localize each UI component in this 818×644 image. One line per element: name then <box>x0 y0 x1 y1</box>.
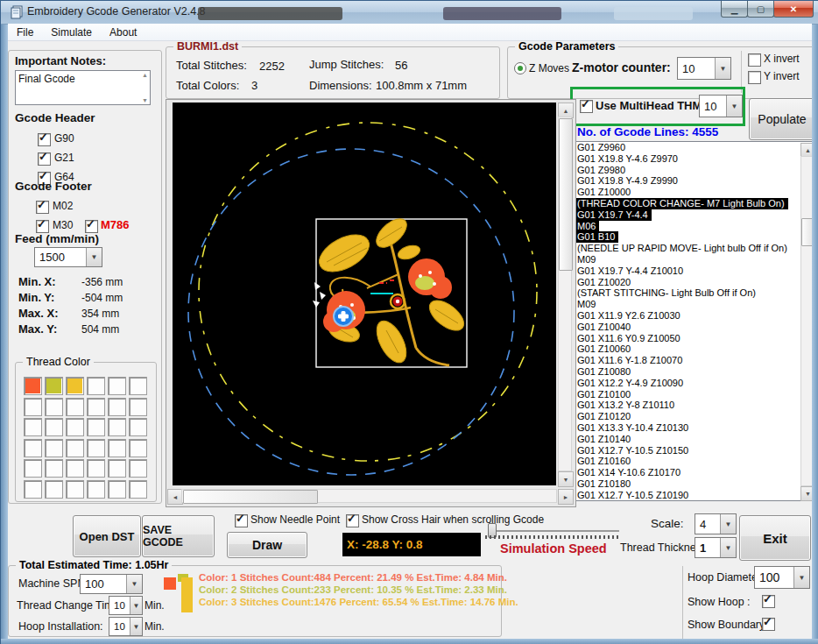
menu-file[interactable]: File <box>8 26 42 39</box>
minimize-button[interactable]: ▁ <box>721 1 748 18</box>
chevron-down-icon[interactable]: ▼ <box>130 618 142 635</box>
show-cross-hair-checkbox[interactable]: ✓ <box>346 514 359 527</box>
thread-color-cell[interactable] <box>129 459 147 478</box>
thread-color-cell[interactable] <box>87 418 105 436</box>
thread-color-cell[interactable] <box>45 377 63 395</box>
thread-color-cell[interactable] <box>108 418 126 436</box>
thread-color-cell[interactable] <box>66 439 84 457</box>
gcode-line[interactable]: G01 X11.9 Y2.6 Z10030 <box>574 310 815 322</box>
thread-color-cell[interactable] <box>87 398 105 416</box>
thread-color-cell[interactable] <box>129 377 147 395</box>
gcode-line[interactable]: G01 X11.6 Y-1.8 Z10070 <box>574 355 815 366</box>
design-canvas[interactable] <box>173 103 556 485</box>
gcode-line[interactable]: G01 B10 <box>574 231 618 243</box>
scroll-down-icon[interactable]: ▼ <box>142 97 148 103</box>
thread-color-cell[interactable] <box>45 418 63 436</box>
draw-button[interactable]: Draw <box>227 532 307 558</box>
canvas-scroll-right[interactable]: ► <box>558 489 574 505</box>
thread-color-cell[interactable] <box>45 459 63 478</box>
maximize-button[interactable]: ▢ <box>747 1 774 18</box>
y-invert-checkbox[interactable] <box>748 71 761 84</box>
thread-color-cell[interactable] <box>66 418 84 436</box>
gcode-line[interactable]: G01 X14 Y-10.6 Z10170 <box>574 467 815 478</box>
multihead-select[interactable]: 10 ▼ <box>699 95 743 117</box>
simulation-speed-track[interactable] <box>488 530 619 532</box>
gcode-line[interactable]: G01 X12.2 Y-4.9 Z10090 <box>574 378 815 389</box>
thread-thickness-select[interactable]: 1 ▼ <box>695 537 737 558</box>
gcode-line[interactable]: G01 Z10060 <box>574 343 815 355</box>
menu-about[interactable]: About <box>101 26 145 39</box>
thread-color-cell[interactable] <box>108 377 126 395</box>
gcode-line[interactable]: G01 Z10000 <box>574 187 815 198</box>
gcode-line[interactable]: G01 X19.8 Y-4.9 Z9990 <box>574 175 815 187</box>
gcode-line[interactable]: (NEEDLE UP RAPID MOVE- Light bulb Off if… <box>574 243 815 254</box>
thread-color-cell[interactable] <box>87 480 105 499</box>
gcode-line[interactable]: G01 Z10080 <box>574 366 815 378</box>
thread-color-cell[interactable] <box>87 377 105 395</box>
gcode-line[interactable]: G01 X11.6 Y0.9 Z10050 <box>574 333 815 344</box>
canvas-scroll-thumb-v[interactable] <box>559 118 573 271</box>
gcode-line[interactable]: G01 Z10120 <box>574 411 815 422</box>
m786-checkbox[interactable]: ✓ <box>85 220 98 233</box>
chevron-down-icon[interactable]: ▼ <box>793 567 809 588</box>
x-invert-checkbox[interactable] <box>748 53 761 67</box>
gcode-line[interactable]: M09 <box>574 254 815 265</box>
chevron-down-icon[interactable]: ▼ <box>86 248 102 266</box>
chevron-down-icon[interactable]: ▼ <box>720 538 736 557</box>
chevron-down-icon[interactable]: ▼ <box>715 58 730 79</box>
thread-color-cell[interactable] <box>129 418 147 436</box>
g90-checkbox[interactable]: ✓ <box>38 133 51 146</box>
thread-color-cell[interactable] <box>129 398 147 416</box>
canvas-scroll-down[interactable]: ▼ <box>558 471 574 487</box>
z-moves-radio[interactable] <box>514 62 526 74</box>
show-needle-point-checkbox[interactable]: ✓ <box>235 514 248 527</box>
hoop-install-select[interactable]: 10 ▼ <box>109 617 143 636</box>
g21-checkbox[interactable]: ✓ <box>38 152 51 166</box>
thread-color-cell[interactable] <box>66 377 84 395</box>
thread-color-cell[interactable] <box>129 480 147 499</box>
show-hoop-checkbox[interactable]: ✓ <box>762 595 775 608</box>
thread-color-cell[interactable] <box>66 398 84 416</box>
gcode-line[interactable]: G01 X12.7 Y-10.5 Z10190 <box>574 490 815 501</box>
gcode-line[interactable]: (START STITCHING- Light Bulb Off if On) <box>574 287 815 299</box>
gcode-line[interactable]: (THREAD COLOR CHANGE- M7 Light Bulb On) <box>574 198 788 209</box>
thread-color-cell[interactable] <box>108 480 126 499</box>
scale-select[interactable]: 4 ▼ <box>695 513 737 534</box>
z-motor-counter-select[interactable]: 10 ▼ <box>677 57 731 80</box>
gcode-line[interactable]: G01 X19.8 Y-4.6 Z9970 <box>574 153 815 165</box>
feed-select[interactable]: 1500 ▼ <box>34 247 102 267</box>
gcode-line[interactable]: G01 Z10180 <box>574 478 815 490</box>
thread-color-cell[interactable] <box>87 459 105 478</box>
thread-color-cell[interactable] <box>24 418 42 436</box>
m30-checkbox[interactable]: ✓ <box>36 220 49 233</box>
m02-checkbox[interactable]: ✓ <box>36 201 49 214</box>
close-button[interactable]: ✕ <box>773 1 814 18</box>
thread-color-cell[interactable] <box>24 377 42 395</box>
gcode-line[interactable]: G01 Z10160 <box>574 456 815 467</box>
thread-color-cell[interactable] <box>45 398 63 416</box>
thread-change-select[interactable]: 10 ▼ <box>109 596 143 615</box>
gcode-line[interactable]: G01 Z10100 <box>574 389 815 400</box>
canvas-scroll-thumb-h[interactable] <box>183 490 318 504</box>
thread-color-cell[interactable] <box>45 480 63 499</box>
save-gcode-button[interactable]: SAVE GCODE <box>142 515 215 557</box>
exit-button[interactable]: Exit <box>739 515 811 561</box>
gcode-line[interactable]: G01 X12.7 Y-10.5 Z10150 <box>574 445 815 456</box>
open-dst-button[interactable]: Open DST <box>73 515 141 557</box>
thread-color-cell[interactable] <box>24 480 42 499</box>
thread-color-cell[interactable] <box>24 459 42 478</box>
chevron-down-icon[interactable]: ▼ <box>720 514 736 534</box>
thread-color-cell[interactable] <box>24 439 42 457</box>
gcode-line[interactable]: M09 <box>574 299 815 310</box>
thread-color-cell[interactable] <box>108 459 126 478</box>
thread-color-cell[interactable] <box>66 459 84 478</box>
menu-simulate[interactable]: Simulate <box>42 26 101 39</box>
gcode-line[interactable]: G01 Z10040 <box>574 322 815 333</box>
gcode-line[interactable]: G01 Z9980 <box>574 165 815 176</box>
gcode-line[interactable]: M06 <box>574 221 599 232</box>
thread-color-cell[interactable] <box>24 398 42 416</box>
gcode-line[interactable]: G01 X19.7 Y-4.4 <box>574 209 652 221</box>
thread-color-cell[interactable] <box>45 439 63 457</box>
machine-spm-select[interactable]: 100 ▼ <box>80 574 143 594</box>
thread-color-cell[interactable] <box>87 439 105 457</box>
